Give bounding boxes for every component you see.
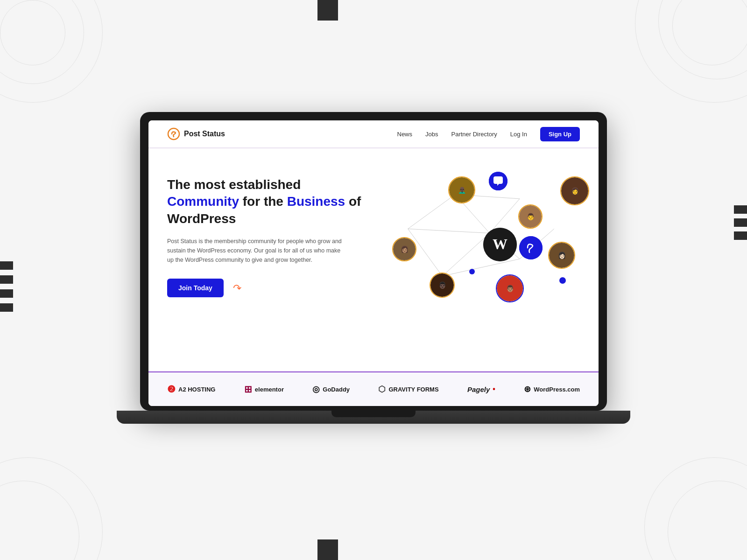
nav-partner-directory[interactable]: Partner Directory [451,131,497,138]
wordpress-logo: W [483,228,517,261]
sponsors-section: ❷ A2 HOSTING ⊞ elementor ◎ GoDaddy ⬡ GRA… [148,371,599,406]
avatar-2: 👨 [518,204,543,229]
svg-line-10 [442,259,520,276]
laptop-container: Post Status News Jobs Partner Directory … [117,112,630,448]
title-part2: for the [239,194,287,209]
avatar-7: 👨🏽 [496,274,524,302]
sponsor-pagely: Pagely • [467,385,495,393]
svg-line-7 [408,229,490,233]
elementor-label: elementor [255,386,284,393]
sponsor-a2hosting: ❷ A2 HOSTING [167,384,215,395]
join-today-button[interactable]: Join Today [167,279,224,297]
wpcom-label: WordPress.com [534,386,580,393]
hero-description: Post Status is the membership community … [167,237,345,265]
website-content: Post Status News Jobs Partner Directory … [148,120,599,406]
laptop-hinge [331,411,416,417]
avatar-3: 👩 [560,176,589,205]
svg-line-6 [408,195,455,229]
wp-icon: ⊛ [524,384,531,394]
logo-icon [167,127,180,140]
title-business: Business [287,194,345,209]
godaddy-label: GoDaddy [323,386,350,393]
svg-text:W: W [493,236,507,252]
sponsor-wpcom: ⊛ WordPress.com [524,384,580,394]
svg-line-9 [442,233,489,276]
hero-content: The most established Community for the B… [167,167,374,371]
arrow-icon: ↷ [233,282,241,294]
a2-label: A2 HOSTING [178,386,215,393]
godaddy-icon: ◎ [312,384,320,394]
laptop-base [117,411,630,424]
gf-icon: ⬡ [378,384,386,394]
hero-section: The most established Community for the B… [148,148,599,371]
avatar-1: 👨🏿‍🦲 [448,176,475,203]
nav-login[interactable]: Log In [510,131,527,138]
network-visualization: 👨🏿‍🦲 👨 👩 👩🏽 [374,167,580,316]
navbar: Post Status News Jobs Partner Directory … [148,120,599,148]
dot-1 [469,269,475,274]
post-status-node [519,236,543,259]
sponsor-godaddy: ◎ GoDaddy [312,384,350,394]
signup-button[interactable]: Sign Up [540,127,580,141]
gf-label: GRAVITY FORMS [388,386,438,393]
a2-icon: ❷ [167,384,176,395]
pagely-label: Pagely [467,385,490,393]
avatar-5: 👩🏻 [548,242,575,269]
chat-icon-node [489,172,507,190]
nav-links: News Jobs Partner Directory Log In Sign … [397,127,580,141]
hero-cta-area: Join Today ↷ [167,279,374,297]
title-part1: The most established [167,177,301,192]
avatar-6: 👨🏿 [430,273,455,298]
sponsor-elementor: ⊞ elementor [244,384,284,395]
sponsor-gravityforms: ⬡ GRAVITY FORMS [378,384,438,394]
hero-title: The most established Community for the B… [167,176,374,227]
dot-2 [559,277,566,284]
elementor-icon: ⊞ [244,384,252,395]
laptop-screen: Post Status News Jobs Partner Directory … [140,112,607,411]
title-community: Community [167,194,239,209]
logo-text: Post Status [184,130,225,138]
nav-jobs[interactable]: Jobs [425,131,438,138]
pagely-dot: • [493,385,495,393]
logo: Post Status [167,127,225,140]
avatar-4: 👩🏽 [392,237,416,261]
nav-news[interactable]: News [397,131,413,138]
